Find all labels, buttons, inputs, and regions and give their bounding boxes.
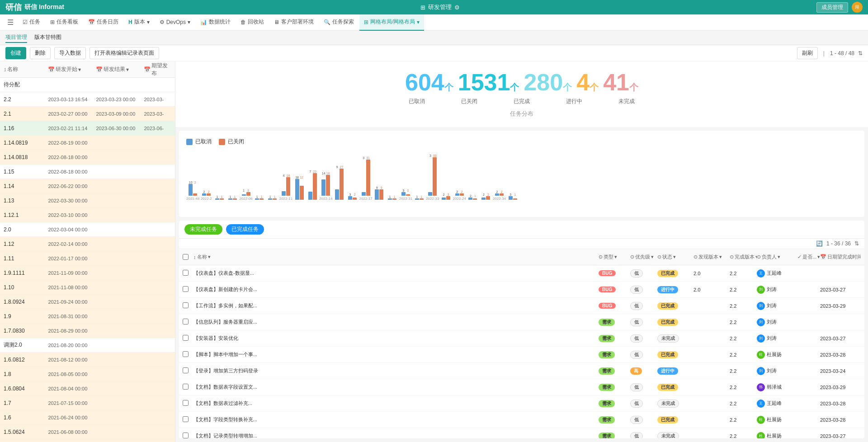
task-checkbox[interactable] bbox=[183, 302, 189, 308]
version-row[interactable]: 待分配 bbox=[0, 78, 175, 92]
version-row[interactable]: 1.10 2021-11-08 00:00 bbox=[0, 280, 175, 295]
select-all-checkbox[interactable] bbox=[183, 254, 189, 260]
version-row[interactable]: 1.14.0819 2022-08-19 00:00 bbox=[0, 136, 175, 150]
th-result: 📅 研发结果 ▾ bbox=[96, 66, 144, 73]
task-checkbox[interactable] bbox=[183, 367, 189, 373]
refresh-icon[interactable]: 🔄 bbox=[816, 240, 823, 247]
nav-net-layout[interactable]: ⊞ 网格布局/网格布局 ▾ bbox=[359, 14, 424, 31]
member-btn[interactable]: 成员管理 bbox=[816, 2, 848, 13]
nav-calendar[interactable]: 📅 任务日历 bbox=[84, 14, 123, 31]
version-name: 待分配 bbox=[4, 81, 48, 89]
task-row[interactable]: 【安装器】安装优化 需求 低 未完成 2.2 刘 刘涛 2023-03-27 bbox=[179, 330, 864, 347]
version-row[interactable]: 1.4.0607 2021-05-27 00:00 bbox=[0, 439, 175, 442]
task-row[interactable]: 【工作流】多实例，如果配... BUG 低 已完成 2.2 刘 刘涛 2023-… bbox=[179, 298, 864, 314]
nav-review[interactable]: 🗑 回收站 bbox=[236, 14, 269, 31]
task-checkbox[interactable] bbox=[183, 416, 189, 422]
bar-orange bbox=[500, 193, 504, 196]
task-complete-ver: 2.2 bbox=[730, 303, 757, 309]
nav-task-board[interactable]: ⊞ 任务看板 bbox=[46, 14, 83, 31]
version-row[interactable]: 1.12 2022-02-14 00:00 bbox=[0, 237, 175, 251]
task-row[interactable]: 【文档】数据表字段设置文... 需求 低 已完成 2.2 韩 韩泽城 2023-… bbox=[179, 379, 864, 395]
version-row[interactable]: 1.16 2023-02-21 11:14 2023-06-30 00:00 2… bbox=[0, 121, 175, 136]
version-row[interactable]: 1.7 2021-07-15 00:00 bbox=[0, 396, 175, 410]
assignee-avatar: 刘 bbox=[757, 286, 765, 294]
version-row[interactable]: 1.6.0804 2021-08-04 00:00 bbox=[0, 381, 175, 396]
version-row[interactable]: 1.9 2021-08-31 00:00 bbox=[0, 309, 175, 324]
tab-uncomplete[interactable]: 未完成任务 bbox=[184, 224, 222, 235]
status-dropdown-icon[interactable]: ▾ bbox=[673, 254, 676, 260]
version-row[interactable]: 1.8.0924 2021-09-24 00:00 bbox=[0, 295, 175, 309]
filter2-icon[interactable]: ▾ bbox=[126, 66, 129, 73]
version-row[interactable]: 调测2.0 2021-08-20 00:00 bbox=[0, 338, 175, 353]
task-row[interactable]: 【脚本】脚本中增加一个事... 需求 低 已完成 2.2 杜 杜展扬 2023-… bbox=[179, 347, 864, 363]
version-row[interactable]: 2.1 2023-02-27 00:00 2023-03-09 00:00 20… bbox=[0, 107, 175, 121]
subtab-version-feat[interactable]: 版本甘特图 bbox=[34, 33, 61, 43]
nav-stats[interactable]: 📊 数据统计 bbox=[196, 14, 235, 31]
task-row[interactable]: 【文档】字段类型转换补充... 需求 低 已完成 2.2 杜 杜展扬 2023-… bbox=[179, 412, 864, 428]
filter-icon[interactable]: ▾ bbox=[78, 66, 81, 73]
version-row[interactable]: 1.13 2022-03-30 00:00 bbox=[0, 193, 175, 208]
tasks-sort-icon[interactable]: ⇅ bbox=[854, 240, 859, 247]
task-checkbox[interactable] bbox=[183, 319, 189, 324]
task-row[interactable]: 【登录】增加第三方扫码登录 需求 高 进行中 2.2 刘 刘涛 2023-03-… bbox=[179, 363, 864, 379]
nav-client-env[interactable]: 🖥 客户部署环境 bbox=[269, 14, 318, 31]
task-row[interactable]: 【信息队列】服务器重启应... 需求 低 已完成 2.2 刘 刘涛 bbox=[179, 314, 864, 330]
task-status: 进行中 bbox=[657, 367, 693, 375]
delete-btn[interactable]: 删除 bbox=[30, 47, 51, 59]
task-checkbox[interactable] bbox=[183, 384, 189, 390]
avatar[interactable]: 用 bbox=[852, 2, 863, 13]
task-checkbox[interactable] bbox=[183, 286, 189, 292]
cancelled-label: 已取消 bbox=[409, 98, 425, 105]
type-dropdown-icon[interactable]: ▾ bbox=[614, 254, 617, 260]
nav-version[interactable]: H 版本 ▾ bbox=[124, 14, 154, 31]
legend-cancelled: 已取消 bbox=[186, 138, 212, 146]
open-filter-btn[interactable]: 打开表格编辑记录表页面 bbox=[90, 47, 159, 59]
sort-icon[interactable]: ⇅ bbox=[858, 50, 863, 56]
task-checkbox[interactable] bbox=[183, 351, 189, 357]
copy-btn[interactable]: 副刷 bbox=[797, 47, 818, 59]
version-row[interactable]: 1.12.1 2022-03-10 00:00 bbox=[0, 208, 175, 222]
bar-blue bbox=[509, 196, 513, 200]
stat-cancelled: 604 个 bbox=[405, 71, 453, 94]
task-checkbox[interactable] bbox=[183, 433, 189, 438]
nav-devops[interactable]: ⚙ DevOps ▾ bbox=[155, 14, 195, 31]
project-settings-icon[interactable]: ⚙ bbox=[454, 4, 460, 11]
priority-dropdown-icon[interactable]: ▾ bbox=[651, 254, 654, 260]
version-start: 2022-08-19 00:00 bbox=[48, 140, 96, 146]
task-row[interactable]: 【仪表盘】仪表盘-数据显... BUG 低 已完成 2.0 2.2 王 王延峰 bbox=[179, 265, 864, 282]
task-checkbox[interactable] bbox=[183, 335, 189, 341]
version-row[interactable]: 1.8 2021-08-05 00:00 bbox=[0, 367, 175, 381]
subtab-project[interactable]: 项目管理 bbox=[5, 33, 27, 43]
nav-task-search[interactable]: 🔍 任务探索 bbox=[319, 14, 359, 31]
version-row[interactable]: 1.15 2022-08-18 00:00 bbox=[0, 165, 175, 179]
task-row[interactable]: 【文档】数据表过滤补充... 需求 低 未完成 2.2 王 王延峰 2023-0… bbox=[179, 395, 864, 412]
version-row[interactable]: 1.6 2021-06-24 00:00 bbox=[0, 410, 175, 425]
version-row[interactable]: 1.5.0624 2021-06-08 00:00 bbox=[0, 425, 175, 439]
task-checkbox[interactable] bbox=[183, 270, 189, 276]
version-row[interactable]: 2.0 2022-03-04 00:00 bbox=[0, 222, 175, 237]
nav-task[interactable]: ☑ 任务 bbox=[18, 14, 45, 31]
version-row[interactable]: 2.2 2023-03-13 16:54 2023-03-23 00:00 20… bbox=[0, 92, 175, 107]
version-row[interactable]: 1.14.0818 2022-08-18 00:00 bbox=[0, 150, 175, 165]
version-row[interactable]: 1.11 2022-01-17 00:00 bbox=[0, 251, 175, 266]
version-name: 调测2.0 bbox=[4, 341, 48, 349]
version-row[interactable]: 1.7.0830 2021-08-29 00:00 bbox=[0, 324, 175, 338]
bar-orange bbox=[326, 175, 330, 196]
release-dropdown-icon[interactable]: ▾ bbox=[719, 254, 722, 260]
import-btn[interactable]: 导入数据 bbox=[54, 47, 86, 59]
chart-section: 已取消 已关闭 1022021-48222022-21111132022-061… bbox=[179, 131, 864, 217]
task-checkbox[interactable] bbox=[183, 400, 189, 406]
version-row[interactable]: 1.9.1111 2021-11-09 00:00 bbox=[0, 266, 175, 280]
version-table-body: 待分配 2.2 2023-03-13 16:54 2023-03-23 00:0… bbox=[0, 78, 175, 442]
task-row[interactable]: 【文档】记录类型转增增加... 需求 低 未完成 2.2 杜 杜展扬 2023-… bbox=[179, 428, 864, 438]
task-priority: 低 bbox=[630, 400, 657, 408]
assignee-dropdown-icon[interactable]: ▾ bbox=[778, 254, 780, 260]
create-btn[interactable]: 创建 bbox=[5, 47, 26, 59]
version-start: 2021-06-08 00:00 bbox=[48, 429, 96, 435]
task-row[interactable]: 【仪表盘】新创建的卡片会... BUG 低 进行中 2.0 2.2 刘 刘涛 2… bbox=[179, 282, 864, 298]
version-row[interactable]: 1.14 2022-06-22 00:00 bbox=[0, 179, 175, 193]
filter-icon[interactable]: ▾ bbox=[208, 254, 211, 260]
hamburger-icon[interactable]: ☰ bbox=[4, 16, 17, 28]
version-row[interactable]: 1.6.0812 2021-08-12 00:00 bbox=[0, 353, 175, 367]
tab-complete[interactable]: 已完成任务 bbox=[226, 224, 264, 235]
